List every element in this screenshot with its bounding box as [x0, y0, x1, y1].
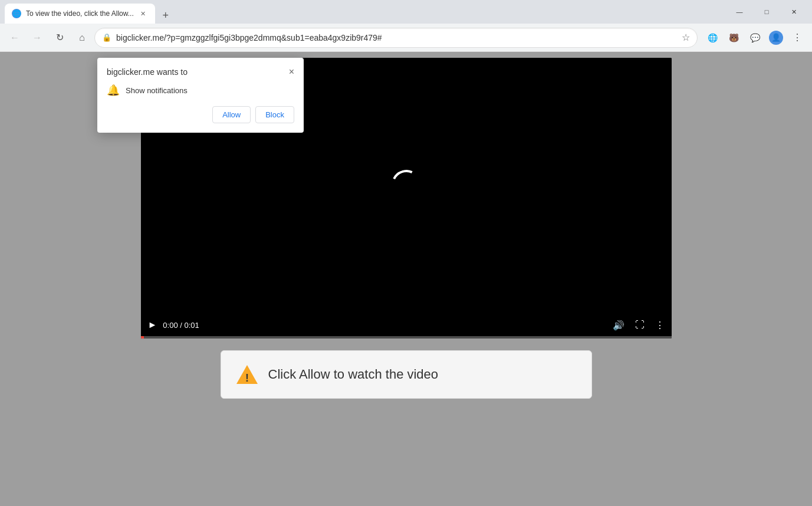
- warning-icon: !: [235, 363, 259, 386]
- more-options-button[interactable]: ⋮: [655, 320, 665, 331]
- reload-button[interactable]: ↻: [50, 28, 70, 48]
- maximize-button[interactable]: □: [753, 0, 780, 24]
- bell-icon: 🔔: [107, 84, 120, 97]
- chat-extension: 💬: [749, 32, 761, 44]
- profile-avatar: 👤: [769, 31, 783, 45]
- url-display: bigclicker.me/?p=gmzggzlfgi5gi3bpge2dmmq…: [116, 33, 675, 42]
- progress-bar-fill: [141, 336, 144, 339]
- forward-button[interactable]: →: [27, 28, 47, 48]
- close-button[interactable]: ✕: [780, 0, 807, 24]
- mute-button[interactable]: 🔊: [613, 320, 624, 331]
- window-controls: — □ ✕: [726, 0, 807, 24]
- popup-buttons: Allow Block: [107, 106, 294, 123]
- play-button[interactable]: ►: [148, 320, 157, 330]
- home-button[interactable]: ⌂: [72, 28, 92, 48]
- notification-popup: bigclicker.me wants to × 🔔 Show notifica…: [97, 58, 304, 133]
- extension-icon-1[interactable]: 🌐: [702, 28, 722, 48]
- tab-title: To view the video, click the Allow...: [26, 9, 134, 18]
- svg-text:!: !: [245, 372, 249, 384]
- bottom-banner: ! Click Allow to watch the video: [221, 350, 592, 399]
- permission-label: Show notifications: [126, 86, 188, 95]
- active-tab[interactable]: To view the video, click the Allow... ✕: [5, 4, 155, 24]
- minimize-button[interactable]: —: [726, 0, 753, 24]
- warning-triangle-svg: !: [235, 364, 259, 385]
- vertical-dots-icon: ⋮: [793, 32, 802, 43]
- address-bar[interactable]: 🔒 bigclicker.me/?p=gmzggzlfgi5gi3bpge2dm…: [94, 28, 698, 48]
- loading-spinner: [387, 166, 425, 203]
- video-controls: ► 0:00 / 0:01 🔊 ⛶ ⋮: [141, 311, 672, 339]
- extension-icon-3[interactable]: 💬: [745, 28, 765, 48]
- popup-header: bigclicker.me wants to ×: [107, 67, 294, 77]
- nav-icons-right: 🌐 🐻 💬 👤 ⋮: [702, 28, 807, 48]
- page-content: bigclicker.me wants to × 🔔 Show notifica…: [0, 52, 812, 506]
- fullscreen-button[interactable]: ⛶: [635, 320, 645, 330]
- title-bar: To view the video, click the Allow... ✕ …: [0, 0, 812, 24]
- globe-extension: 🌐: [706, 32, 718, 44]
- browser-window: To view the video, click the Allow... ✕ …: [0, 0, 812, 506]
- allow-button[interactable]: Allow: [212, 106, 251, 123]
- extension-icon-2[interactable]: 🐻: [724, 28, 744, 48]
- banner-message: Click Allow to watch the video: [268, 367, 439, 382]
- new-tab-button[interactable]: +: [157, 7, 174, 24]
- menu-button[interactable]: ⋮: [787, 28, 807, 48]
- profile-button[interactable]: 👤: [766, 28, 786, 48]
- back-button[interactable]: ←: [5, 28, 25, 48]
- lock-icon: 🔒: [102, 33, 111, 42]
- nav-bar: ← → ↻ ⌂ 🔒 bigclicker.me/?p=gmzggzlfgi5gi…: [0, 24, 812, 52]
- progress-bar[interactable]: [141, 336, 672, 339]
- tab-close-button[interactable]: ✕: [139, 9, 148, 18]
- tab-strip: To view the video, click the Allow... ✕ …: [5, 0, 726, 24]
- bookmark-button[interactable]: ☆: [682, 32, 690, 43]
- tab-favicon: [12, 9, 21, 18]
- bear-extension: 🐻: [728, 32, 739, 44]
- block-button[interactable]: Block: [255, 106, 294, 123]
- time-display: 0:00 / 0:01: [163, 321, 606, 330]
- popup-permission-row: 🔔 Show notifications: [107, 84, 294, 97]
- popup-close-button[interactable]: ×: [289, 67, 294, 77]
- popup-title: bigclicker.me wants to: [107, 67, 188, 77]
